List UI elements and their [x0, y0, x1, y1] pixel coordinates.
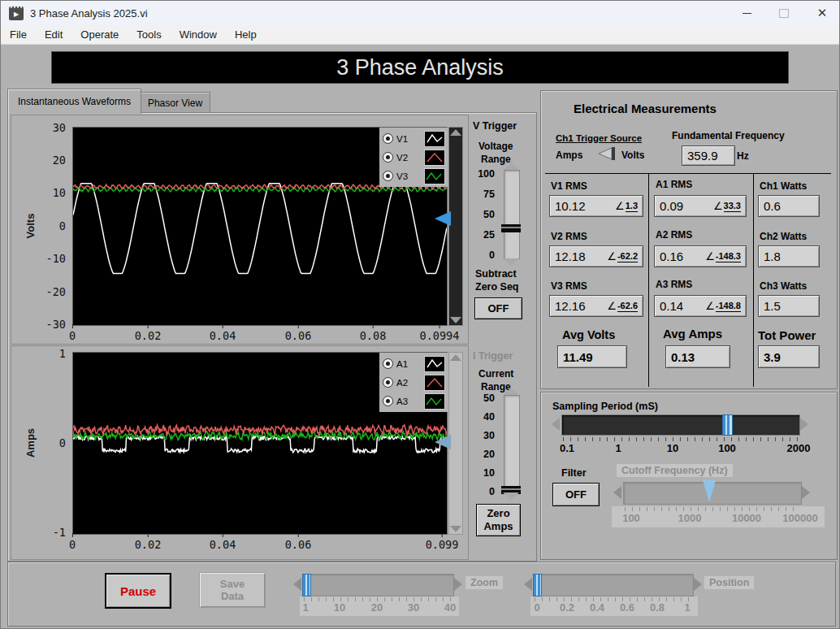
legend-item-a3[interactable]: A3 — [383, 392, 448, 410]
slider-right-arrow[interactable] — [800, 418, 808, 431]
slider-left-arrow[interactable] — [293, 578, 301, 591]
line-sample-v3[interactable] — [424, 168, 445, 184]
filter-off-button[interactable]: OFF — [552, 483, 600, 506]
zoom-handle[interactable] — [302, 574, 311, 596]
y-tick: -20 — [32, 285, 66, 298]
subtract-zero-seq-off-button[interactable]: OFF — [474, 297, 522, 319]
legend-item-v2[interactable]: V2 — [383, 148, 448, 167]
i-trigger-level-cursor[interactable] — [435, 435, 451, 449]
line-sample-v2[interactable] — [424, 150, 445, 166]
y-tick: -30 — [32, 318, 66, 331]
slider-left-arrow[interactable] — [552, 418, 560, 431]
cutoff-frequency-pointer[interactable] — [703, 480, 716, 502]
tab-phasor-view[interactable]: Phasor View — [140, 92, 210, 114]
slider-right-arrow[interactable] — [454, 578, 462, 591]
radio-icon[interactable] — [383, 171, 393, 181]
position-slider[interactable] — [533, 574, 694, 596]
range-tick: 40 — [470, 411, 495, 423]
x-tick: 0.02 — [135, 538, 162, 551]
menu-tools[interactable]: Tools — [128, 27, 170, 42]
radio-icon[interactable] — [383, 358, 393, 369]
legend-item-v1[interactable]: V1 — [383, 129, 448, 148]
pause-button[interactable]: Pause — [105, 573, 171, 609]
y-tick: 0 — [32, 219, 66, 232]
legend-item-v3[interactable]: V3 — [383, 167, 448, 185]
trigger-source-volts-label: Volts — [621, 150, 644, 161]
angle-icon: ∠ — [607, 300, 617, 312]
menu-help[interactable]: Help — [226, 27, 266, 42]
slider-right-arrow[interactable] — [802, 486, 810, 499]
volts-trigger-scrollbar[interactable] — [448, 127, 463, 326]
page-title-banner: 3 Phase Analysis — [51, 51, 789, 84]
range-tick: 25 — [470, 229, 495, 241]
menu-edit[interactable]: Edit — [36, 27, 71, 42]
scroll-down-icon[interactable] — [450, 317, 461, 323]
legend-label: V3 — [396, 171, 421, 181]
current-range-slider[interactable] — [504, 395, 520, 492]
scale-tick: 1 — [615, 442, 621, 454]
slider-left-arrow[interactable] — [524, 578, 532, 591]
x-tick: 0.02 — [135, 329, 162, 342]
cutoff-frequency-label: Cutoff Frequency (Hz) — [617, 464, 733, 477]
y-tick: 20 — [32, 154, 66, 167]
scroll-up-icon[interactable] — [450, 129, 461, 136]
maximize-button[interactable] — [765, 1, 803, 25]
line-sample-v1[interactable] — [424, 131, 445, 147]
measurements-title: Electrical Measurements — [574, 102, 717, 115]
rms-angle: -62.6 — [617, 301, 638, 312]
current-range-label: Current — [478, 368, 513, 380]
zero-amps-button[interactable]: Zero Amps — [476, 504, 521, 536]
radio-icon[interactable] — [383, 133, 393, 144]
slider-up-arrow[interactable] — [503, 163, 519, 170]
zoom-slider[interactable] — [302, 574, 454, 596]
sampling-period-slider[interactable] — [561, 414, 800, 436]
range-tick: 20 — [470, 449, 495, 460]
rms-angle: 1.3 — [626, 201, 638, 212]
save-data-button[interactable]: Save Data — [199, 572, 266, 608]
legend-item-a2[interactable]: A2 — [383, 373, 448, 392]
x-tick: 0.06 — [285, 329, 312, 342]
line-sample-a3[interactable] — [424, 393, 445, 410]
ch3-watts-value: 1.5 — [758, 295, 820, 317]
sampling-period-handle[interactable] — [722, 414, 733, 436]
slider-down-arrow[interactable] — [503, 258, 519, 266]
range-tick: 50 — [470, 393, 495, 404]
slider-up-arrow[interactable] — [503, 388, 519, 395]
ch1-watts-label: Ch1 Watts — [760, 180, 807, 192]
slider-down-arrow[interactable] — [503, 492, 519, 500]
fundamental-frequency-value: 359.9 — [682, 145, 735, 166]
save-data-label: Data — [221, 590, 244, 602]
close-button[interactable]: ✕ — [803, 1, 840, 25]
line-sample-a1[interactable] — [424, 356, 445, 372]
scale-tick: 0.1 — [560, 442, 574, 454]
scale-tick: 100 — [718, 442, 736, 454]
a3-rms-label: A3 RMS — [656, 279, 692, 290]
line-sample-a2[interactable] — [424, 375, 445, 391]
subtract-zero-seq-label: Subtract — [475, 268, 517, 280]
scroll-up-icon[interactable] — [450, 354, 461, 361]
slider-left-arrow[interactable] — [613, 486, 621, 499]
radio-icon[interactable] — [383, 152, 393, 163]
tab-instantaneous-waveforms[interactable]: Instantaneous Waveforms — [7, 89, 141, 114]
y-tick: -10 — [32, 252, 66, 265]
scale-tick: 0.6 — [620, 601, 634, 614]
v-trigger-level-cursor[interactable] — [435, 211, 451, 226]
slider-right-arrow[interactable] — [694, 578, 702, 591]
minimize-button[interactable] — [728, 1, 765, 25]
menu-file[interactable]: File — [1, 27, 36, 42]
legend-item-a1[interactable]: A1 — [383, 354, 448, 373]
voltage-range-handle[interactable] — [501, 224, 521, 232]
menu-window[interactable]: Window — [171, 27, 226, 42]
radio-icon[interactable] — [383, 396, 393, 406]
menu-operate[interactable]: Operate — [71, 27, 128, 42]
scale-tick: 30 — [408, 601, 419, 614]
zoom-label: Zoom — [465, 576, 503, 589]
trigger-source-toggle[interactable] — [596, 146, 617, 161]
position-handle[interactable] — [533, 574, 542, 596]
minimize-icon — [743, 13, 751, 14]
radio-icon[interactable] — [383, 377, 393, 388]
voltage-range-slider[interactable] — [504, 170, 520, 259]
v2-rms-label: V2 RMS — [551, 231, 587, 242]
angle-icon: ∠ — [607, 250, 617, 262]
scroll-down-icon[interactable] — [450, 526, 461, 532]
